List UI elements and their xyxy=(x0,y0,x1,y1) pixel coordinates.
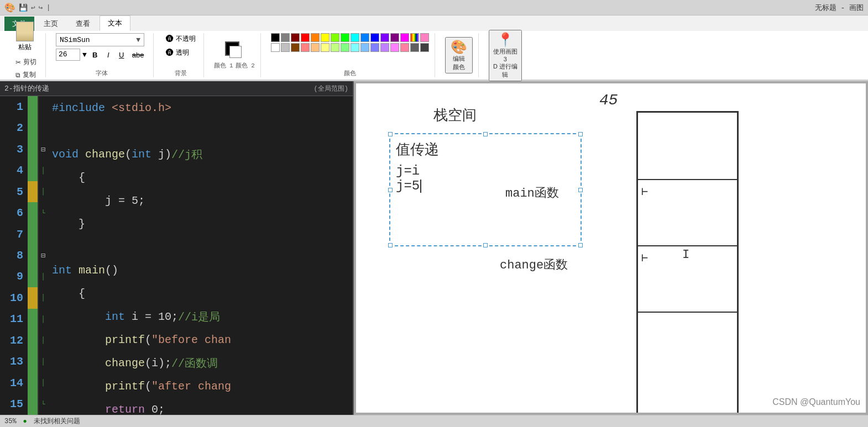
swatch-yellow[interactable] xyxy=(321,33,330,42)
swatch-rainbow[interactable] xyxy=(410,33,419,42)
swatch-purple[interactable] xyxy=(380,33,389,42)
ribbon-content: 粘贴 ✂ 剪切 ⧉ 复制 剪贴板 NSimSun ▼ xyxy=(0,31,868,81)
background-group: 🅐 不透明 🅐 透明 背景 xyxy=(158,33,204,77)
tab-view[interactable]: 查看 xyxy=(67,16,98,31)
swatch-purple-dark[interactable] xyxy=(390,33,399,42)
line-numbers: 1 2 3 4 5 6 7 8 9 10 11 12 13 14 15 xyxy=(0,96,28,415)
swatch-white[interactable] xyxy=(271,43,280,52)
clipboard-content: 粘贴 xyxy=(12,19,38,54)
transparent-btn[interactable]: 🅐 透明 xyxy=(164,47,198,59)
swatch-mint[interactable] xyxy=(341,43,349,52)
ln-7: 7 xyxy=(0,224,28,245)
swatch-blue-light[interactable] xyxy=(360,33,369,42)
handle-tm[interactable] xyxy=(483,132,488,136)
3d-icon: 📍 xyxy=(497,32,514,48)
font-size-arrow[interactable]: ▼ xyxy=(82,51,87,59)
swatch-blue[interactable] xyxy=(370,33,379,42)
bold-button[interactable]: B xyxy=(89,50,101,60)
font-group: NSimSun ▼ 26 ▼ B I U abe 字体 xyxy=(50,33,154,77)
swatch-khaki[interactable] xyxy=(321,43,330,52)
cc-3[interactable]: ⊟ xyxy=(39,139,48,160)
copy-icon: ⧉ xyxy=(15,71,20,79)
handle-bl[interactable] xyxy=(388,243,393,247)
swatch-violet[interactable] xyxy=(380,43,389,52)
handle-mr[interactable] xyxy=(578,188,583,192)
handle-br[interactable] xyxy=(578,243,583,247)
color2-swatch[interactable] xyxy=(229,46,242,58)
swatch-lavender[interactable] xyxy=(370,43,379,52)
font-size-box[interactable]: 26 xyxy=(56,49,80,61)
csdn-watermark: CSDN @QuantumYou xyxy=(772,397,860,407)
strikethrough-button[interactable]: abe xyxy=(129,50,148,60)
swatch-pink[interactable] xyxy=(400,33,409,42)
cut-button[interactable]: ✂ 剪切 xyxy=(12,56,40,68)
ln-4: 4 xyxy=(0,160,28,181)
swatch-light-pink[interactable] xyxy=(400,43,409,52)
swatch-dark-gray[interactable] xyxy=(420,43,429,52)
font-label: 字体 xyxy=(96,69,108,77)
opaque-btn[interactable]: 🅐 不透明 xyxy=(164,33,198,45)
swatch-peach[interactable] xyxy=(311,43,320,52)
ln-9: 9 xyxy=(0,266,28,287)
code-content[interactable]: 1 2 3 4 5 6 7 8 9 10 11 12 13 14 15 xyxy=(0,96,353,415)
swatch-gray-light[interactable] xyxy=(281,43,290,52)
swatch-lime[interactable] xyxy=(331,43,339,52)
handle-ml[interactable] xyxy=(388,188,393,192)
swatch-rose[interactable] xyxy=(390,43,399,52)
ln-5: 5 xyxy=(0,181,28,202)
use-3d-button[interactable]: 📍 使用画图 3 D 进行编辑 xyxy=(489,30,522,81)
paint-area[interactable]: 栈空间 45 值传递 j=i xyxy=(354,81,868,415)
swatch-gray-dark[interactable] xyxy=(281,33,290,42)
swatch-green-light[interactable] xyxy=(331,33,339,42)
scissors-icon: ✂ xyxy=(15,59,21,66)
swatch-orange[interactable] xyxy=(311,33,320,42)
cc-1 xyxy=(39,96,48,117)
save-icon[interactable]: 💾 xyxy=(19,3,28,12)
swatch-salmon[interactable] xyxy=(301,43,310,52)
underline-button[interactable]: U xyxy=(116,50,128,60)
tab-text[interactable]: 文本 xyxy=(100,15,130,31)
tab-home[interactable]: 主页 xyxy=(35,16,66,31)
undo-icon[interactable]: ↩ xyxy=(31,3,35,12)
swatch-red-dark[interactable] xyxy=(291,33,300,42)
code-lines[interactable]: #include <stdio.h> void change ( int j) … xyxy=(48,96,353,415)
code-line-1: #include <stdio.h> xyxy=(52,96,353,119)
code-line-10: int i = 10; //i是局 xyxy=(52,305,353,328)
stack-label: 栈空间 xyxy=(433,106,477,125)
swatch-teal[interactable] xyxy=(351,33,359,42)
swatch-red[interactable] xyxy=(301,33,310,42)
cc-6: └ xyxy=(39,202,48,223)
redo-icon[interactable]: ↪ xyxy=(39,3,43,12)
swatch-brown[interactable] xyxy=(291,43,300,52)
paint-canvas[interactable]: 栈空间 45 值传递 j=i xyxy=(356,83,866,413)
cc-4: │ xyxy=(39,160,48,181)
ribbon-tabs: 文件 主页 查看 文本 xyxy=(0,15,868,31)
font-name-box[interactable]: NSimSun ▼ xyxy=(56,33,144,46)
gutter-2 xyxy=(28,117,39,138)
bottom-bar: 35% ● 未找到相关问题 xyxy=(0,415,868,427)
swatch-extra[interactable] xyxy=(420,33,429,42)
cc-14: │ xyxy=(39,372,48,393)
edit-colors-button[interactable]: 🎨 编辑 颜色 xyxy=(445,37,473,73)
copy-button[interactable]: ⧉ 复制 xyxy=(12,69,40,81)
separator-icon: | xyxy=(46,3,51,12)
gutter-5 xyxy=(28,181,39,202)
gutter-8 xyxy=(28,245,39,266)
swatch-cornflower[interactable] xyxy=(360,43,369,52)
handle-tr[interactable] xyxy=(578,132,583,136)
swatch-black[interactable] xyxy=(271,33,280,42)
italic-button[interactable]: I xyxy=(102,50,114,60)
rect-divider-1 xyxy=(638,179,737,180)
handle-tl[interactable] xyxy=(388,132,393,136)
handle-bm[interactable] xyxy=(483,243,488,247)
font-dropdown-arrow[interactable]: ▼ xyxy=(136,36,140,44)
paste-button[interactable]: 粘贴 xyxy=(12,19,38,54)
inner-symbol-1: ⊢ xyxy=(641,184,648,198)
ln-6: 6 xyxy=(0,202,28,223)
inner-symbol-2: ⊢ xyxy=(641,251,648,265)
swatch-gray2[interactable] xyxy=(410,43,419,52)
app-icon: 🎨 xyxy=(4,2,15,13)
swatch-green[interactable] xyxy=(341,33,349,42)
swatch-sky[interactable] xyxy=(351,43,359,52)
cc-8[interactable]: ⊟ xyxy=(39,245,48,266)
